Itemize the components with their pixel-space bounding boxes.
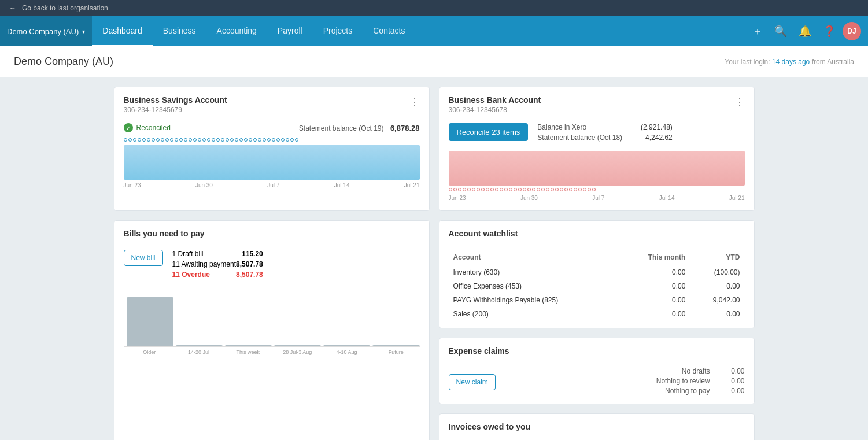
bills-bar-chart xyxy=(124,295,420,347)
page-title: Demo Company (AU) xyxy=(14,56,113,68)
bills-summary: 1 Draft bill 115.20 11 Awaiting payment … xyxy=(172,250,263,281)
balance-details: Balance in Xero (2,921.48) Statement bal… xyxy=(537,123,672,144)
avatar[interactable]: DJ xyxy=(843,22,861,40)
reconciled-badge: ✓ Reconciled xyxy=(124,123,171,132)
expense-claims-header: Expense claims xyxy=(439,338,754,360)
invoices-card: Invoices owed to you New sales invoice 5… xyxy=(439,413,755,440)
invoices-header: Invoices owed to you xyxy=(439,414,754,436)
bills-chart-area: Older 14-20 Jul This week 28 Jul-3 Aug 4… xyxy=(124,295,420,355)
claims-flex: New claim No drafts 0.00 Nothing to revi… xyxy=(449,367,745,397)
watchlist-ytd: 0.00 xyxy=(690,307,744,321)
business-savings-account-number: 306-234-12345679 xyxy=(124,106,227,114)
business-bank-title: Business Bank Account xyxy=(449,95,541,105)
watchlist-account: Inventory (630) xyxy=(449,265,620,280)
bank-chart-area: Jun 23 Jun 30 Jul 7 Jul 14 Jul 21 xyxy=(439,151,754,210)
watchlist-row: Inventory (630) 0.00 (100.00) xyxy=(449,265,745,280)
watchlist-account: Sales (200) xyxy=(449,307,620,321)
reconcile-section: Reconcile 23 items Balance in Xero (2,92… xyxy=(439,119,754,149)
watchlist-row: PAYG Withholdings Payable (825) 0.00 9,0… xyxy=(449,293,745,307)
nav-dashboard[interactable]: Dashboard xyxy=(92,16,153,46)
awaiting-payment-row: 11 Awaiting payment 8,507.78 xyxy=(172,260,263,268)
nav-business[interactable]: Business xyxy=(153,16,206,46)
business-bank-menu[interactable]: ⋮ xyxy=(734,95,745,108)
bar-this-week xyxy=(225,345,272,346)
nav-bar: Demo Company (AU) ▾ Dashboard Business A… xyxy=(0,16,868,46)
dashboard-grid: Business Savings Account 306-234-1234567… xyxy=(105,77,764,440)
bar-4-10-aug xyxy=(323,345,370,346)
nav-projects[interactable]: Projects xyxy=(313,16,363,46)
bank-chart-dots xyxy=(449,187,745,193)
bank-chart-bar xyxy=(449,151,745,186)
watchlist-account: Office Expenses (453) xyxy=(449,279,620,293)
business-savings-title: Business Savings Account xyxy=(124,95,227,105)
top-bar[interactable]: ← Go back to last organisation xyxy=(0,0,868,16)
watchlist-this-month: 0.00 xyxy=(620,293,690,307)
bills-bar-labels: Older 14-20 Jul This week 28 Jul-3 Aug 4… xyxy=(124,349,420,355)
business-bank-header: Business Bank Account 306-234-12345678 ⋮ xyxy=(439,87,754,119)
invoices-title: Invoices owed to you xyxy=(449,422,531,431)
watchlist-body: Account This month YTD Inventory (630) 0… xyxy=(439,243,754,328)
balance-in-xero-row: Balance in Xero (2,921.48) xyxy=(537,123,672,131)
expense-claims-body: New claim No drafts 0.00 Nothing to revi… xyxy=(439,360,754,404)
back-to-org-text: Go back to last organisation xyxy=(22,4,108,12)
last-login-info: Your last login: 14 days ago from Austra… xyxy=(725,58,854,66)
reconcile-button[interactable]: Reconcile 23 items xyxy=(449,123,529,141)
business-bank-card: Business Bank Account 306-234-12345678 ⋮… xyxy=(439,87,755,211)
business-bank-account-number: 306-234-12345678 xyxy=(449,106,541,114)
nav-payroll[interactable]: Payroll xyxy=(267,16,313,46)
business-savings-header: Business Savings Account 306-234-1234567… xyxy=(114,87,429,119)
watchlist-this-month: 0.00 xyxy=(620,279,690,293)
statement-balance-info: Statement balance (Oct 19) 6,878.28 xyxy=(299,124,420,132)
org-name: Demo Company (AU) xyxy=(7,27,79,36)
check-circle-icon: ✓ xyxy=(124,123,133,132)
bar-future xyxy=(372,345,419,346)
watchlist-ytd: (100.00) xyxy=(690,265,744,280)
watchlist-col-account: Account xyxy=(449,250,620,265)
bills-flex: New bill 1 Draft bill 115.20 11 Awaiting… xyxy=(124,250,420,288)
expense-claims-card: Expense claims New claim No drafts 0.00 … xyxy=(439,338,755,404)
business-savings-menu[interactable]: ⋮ xyxy=(409,95,420,108)
watchlist-row: Sales (200) 0.00 0.00 xyxy=(449,307,745,321)
savings-chart-bar xyxy=(124,145,420,180)
invoices-body: New sales invoice 5 Draft invoices 80,30… xyxy=(439,436,754,440)
nav-right-actions: ＋ 🔍 🔔 ❓ DJ xyxy=(748,21,868,42)
nothing-to-pay-row: Nothing to pay 0.00 xyxy=(656,387,745,395)
bar-14-20-jul xyxy=(176,345,223,346)
savings-chart-labels: Jun 23 Jun 30 Jul 7 Jul 14 Jul 21 xyxy=(124,180,420,193)
claims-stats: No drafts 0.00 Nothing to review 0.00 No… xyxy=(656,367,745,397)
statement-balance-row: Statement balance (Oct 18) 4,242.62 xyxy=(537,134,672,142)
nothing-to-review-row: Nothing to review 0.00 xyxy=(656,377,745,385)
watchlist-ytd: 0.00 xyxy=(690,279,744,293)
watchlist-account: PAYG Withholdings Payable (825) xyxy=(449,293,620,307)
search-icon[interactable]: 🔍 xyxy=(770,21,792,41)
new-bill-button[interactable]: New bill xyxy=(124,250,163,266)
bar-older xyxy=(127,297,173,346)
right-column: Account watchlist Account This month YTD… xyxy=(439,220,755,440)
new-claim-button[interactable]: New claim xyxy=(449,374,496,390)
nav-contacts[interactable]: Contacts xyxy=(363,16,415,46)
notifications-icon[interactable]: 🔔 xyxy=(794,21,816,41)
bills-title: Bills you need to pay xyxy=(124,229,205,238)
nav-links: Dashboard Business Accounting Payroll Pr… xyxy=(92,16,748,46)
watchlist-row: Office Expenses (453) 0.00 0.00 xyxy=(449,279,745,293)
overdue-row: 11 Overdue 8,507.78 xyxy=(172,271,263,279)
bills-card: Bills you need to pay New bill 1 Draft b… xyxy=(114,220,430,440)
watchlist-table: Account This month YTD Inventory (630) 0… xyxy=(449,250,745,321)
expense-claims-title: Expense claims xyxy=(449,346,509,356)
add-button[interactable]: ＋ xyxy=(748,21,767,42)
watchlist-col-this-month: This month xyxy=(620,250,690,265)
bills-body: New bill 1 Draft bill 115.20 11 Awaiting… xyxy=(114,243,429,362)
savings-chart-area: Jun 23 Jun 30 Jul 7 Jul 14 Jul 21 xyxy=(114,137,429,198)
watchlist-ytd: 9,042.00 xyxy=(690,293,744,307)
watchlist-title: Account watchlist xyxy=(449,229,518,238)
last-login-time[interactable]: 14 days ago xyxy=(772,58,810,66)
bar-28-jul-3-aug xyxy=(274,345,321,346)
nav-accounting[interactable]: Accounting xyxy=(206,16,267,46)
help-icon[interactable]: ❓ xyxy=(818,21,840,41)
page-header: Demo Company (AU) Your last login: 14 da… xyxy=(0,46,868,77)
business-savings-status-row: ✓ Reconciled Statement balance (Oct 19) … xyxy=(114,119,429,137)
watchlist-this-month: 0.00 xyxy=(620,307,690,321)
bills-header: Bills you need to pay xyxy=(114,221,429,243)
org-selector[interactable]: Demo Company (AU) ▾ xyxy=(0,16,92,46)
back-arrow-icon: ← xyxy=(9,4,16,12)
